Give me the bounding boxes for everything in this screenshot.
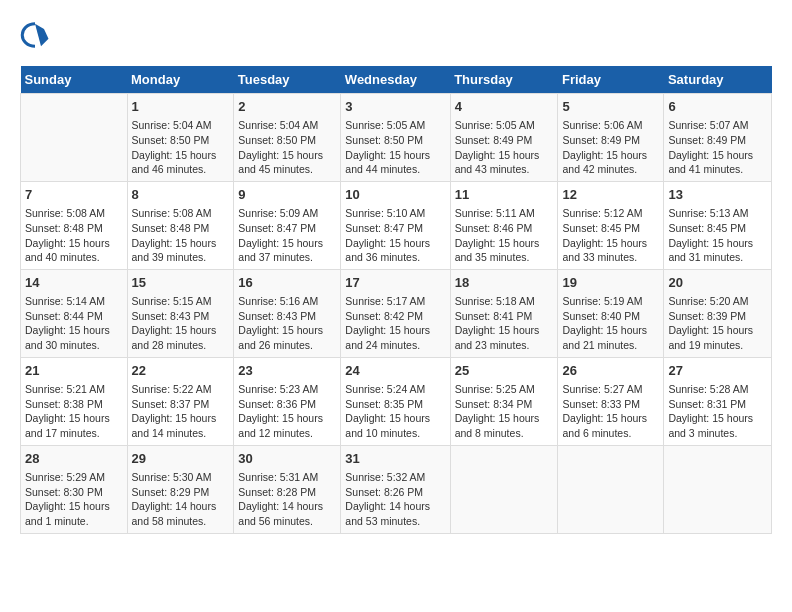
calendar-table: SundayMondayTuesdayWednesdayThursdayFrid… (20, 66, 772, 534)
calendar-cell: 29Sunrise: 5:30 AMSunset: 8:29 PMDayligh… (127, 445, 234, 533)
day-info: Sunrise: 5:19 AMSunset: 8:40 PMDaylight:… (562, 294, 659, 353)
calendar-cell: 25Sunrise: 5:25 AMSunset: 8:34 PMDayligh… (450, 357, 558, 445)
day-info: Sunrise: 5:24 AMSunset: 8:35 PMDaylight:… (345, 382, 445, 441)
day-number: 6 (668, 98, 767, 116)
day-info: Sunrise: 5:05 AMSunset: 8:50 PMDaylight:… (345, 118, 445, 177)
day-number: 14 (25, 274, 123, 292)
calendar-cell: 15Sunrise: 5:15 AMSunset: 8:43 PMDayligh… (127, 269, 234, 357)
calendar-cell (21, 94, 128, 182)
day-info: Sunrise: 5:18 AMSunset: 8:41 PMDaylight:… (455, 294, 554, 353)
day-number: 24 (345, 362, 445, 380)
day-info: Sunrise: 5:09 AMSunset: 8:47 PMDaylight:… (238, 206, 336, 265)
day-number: 22 (132, 362, 230, 380)
header-day-tuesday: Tuesday (234, 66, 341, 94)
calendar-cell: 14Sunrise: 5:14 AMSunset: 8:44 PMDayligh… (21, 269, 128, 357)
calendar-cell: 3Sunrise: 5:05 AMSunset: 8:50 PMDaylight… (341, 94, 450, 182)
day-number: 18 (455, 274, 554, 292)
day-number: 29 (132, 450, 230, 468)
day-number: 26 (562, 362, 659, 380)
day-number: 19 (562, 274, 659, 292)
week-row-1: 1Sunrise: 5:04 AMSunset: 8:50 PMDaylight… (21, 94, 772, 182)
day-info: Sunrise: 5:23 AMSunset: 8:36 PMDaylight:… (238, 382, 336, 441)
calendar-cell: 10Sunrise: 5:10 AMSunset: 8:47 PMDayligh… (341, 181, 450, 269)
day-info: Sunrise: 5:27 AMSunset: 8:33 PMDaylight:… (562, 382, 659, 441)
day-number: 8 (132, 186, 230, 204)
calendar-cell: 9Sunrise: 5:09 AMSunset: 8:47 PMDaylight… (234, 181, 341, 269)
day-info: Sunrise: 5:04 AMSunset: 8:50 PMDaylight:… (132, 118, 230, 177)
calendar-cell: 12Sunrise: 5:12 AMSunset: 8:45 PMDayligh… (558, 181, 664, 269)
day-number: 23 (238, 362, 336, 380)
calendar-cell: 17Sunrise: 5:17 AMSunset: 8:42 PMDayligh… (341, 269, 450, 357)
day-info: Sunrise: 5:29 AMSunset: 8:30 PMDaylight:… (25, 470, 123, 529)
header-day-monday: Monday (127, 66, 234, 94)
calendar-body: 1Sunrise: 5:04 AMSunset: 8:50 PMDaylight… (21, 94, 772, 534)
day-info: Sunrise: 5:15 AMSunset: 8:43 PMDaylight:… (132, 294, 230, 353)
calendar-cell: 7Sunrise: 5:08 AMSunset: 8:48 PMDaylight… (21, 181, 128, 269)
week-row-4: 21Sunrise: 5:21 AMSunset: 8:38 PMDayligh… (21, 357, 772, 445)
day-info: Sunrise: 5:32 AMSunset: 8:26 PMDaylight:… (345, 470, 445, 529)
day-number: 12 (562, 186, 659, 204)
calendar-cell: 30Sunrise: 5:31 AMSunset: 8:28 PMDayligh… (234, 445, 341, 533)
day-info: Sunrise: 5:16 AMSunset: 8:43 PMDaylight:… (238, 294, 336, 353)
day-info: Sunrise: 5:28 AMSunset: 8:31 PMDaylight:… (668, 382, 767, 441)
header-row: SundayMondayTuesdayWednesdayThursdayFrid… (21, 66, 772, 94)
calendar-cell: 8Sunrise: 5:08 AMSunset: 8:48 PMDaylight… (127, 181, 234, 269)
logo-icon (20, 20, 50, 50)
day-info: Sunrise: 5:08 AMSunset: 8:48 PMDaylight:… (132, 206, 230, 265)
day-info: Sunrise: 5:14 AMSunset: 8:44 PMDaylight:… (25, 294, 123, 353)
page-header (20, 20, 772, 50)
day-number: 10 (345, 186, 445, 204)
calendar-cell: 4Sunrise: 5:05 AMSunset: 8:49 PMDaylight… (450, 94, 558, 182)
day-info: Sunrise: 5:25 AMSunset: 8:34 PMDaylight:… (455, 382, 554, 441)
calendar-cell: 16Sunrise: 5:16 AMSunset: 8:43 PMDayligh… (234, 269, 341, 357)
day-info: Sunrise: 5:08 AMSunset: 8:48 PMDaylight:… (25, 206, 123, 265)
day-number: 28 (25, 450, 123, 468)
calendar-cell (558, 445, 664, 533)
day-number: 16 (238, 274, 336, 292)
day-info: Sunrise: 5:17 AMSunset: 8:42 PMDaylight:… (345, 294, 445, 353)
day-info: Sunrise: 5:04 AMSunset: 8:50 PMDaylight:… (238, 118, 336, 177)
day-info: Sunrise: 5:30 AMSunset: 8:29 PMDaylight:… (132, 470, 230, 529)
day-number: 25 (455, 362, 554, 380)
calendar-cell: 5Sunrise: 5:06 AMSunset: 8:49 PMDaylight… (558, 94, 664, 182)
day-info: Sunrise: 5:06 AMSunset: 8:49 PMDaylight:… (562, 118, 659, 177)
calendar-cell (450, 445, 558, 533)
day-number: 20 (668, 274, 767, 292)
logo (20, 20, 52, 50)
day-info: Sunrise: 5:21 AMSunset: 8:38 PMDaylight:… (25, 382, 123, 441)
calendar-cell: 24Sunrise: 5:24 AMSunset: 8:35 PMDayligh… (341, 357, 450, 445)
calendar-cell: 6Sunrise: 5:07 AMSunset: 8:49 PMDaylight… (664, 94, 772, 182)
day-number: 15 (132, 274, 230, 292)
day-info: Sunrise: 5:31 AMSunset: 8:28 PMDaylight:… (238, 470, 336, 529)
week-row-2: 7Sunrise: 5:08 AMSunset: 8:48 PMDaylight… (21, 181, 772, 269)
calendar-cell (664, 445, 772, 533)
day-number: 2 (238, 98, 336, 116)
day-info: Sunrise: 5:11 AMSunset: 8:46 PMDaylight:… (455, 206, 554, 265)
header-day-wednesday: Wednesday (341, 66, 450, 94)
week-row-3: 14Sunrise: 5:14 AMSunset: 8:44 PMDayligh… (21, 269, 772, 357)
calendar-cell: 2Sunrise: 5:04 AMSunset: 8:50 PMDaylight… (234, 94, 341, 182)
week-row-5: 28Sunrise: 5:29 AMSunset: 8:30 PMDayligh… (21, 445, 772, 533)
calendar-cell: 26Sunrise: 5:27 AMSunset: 8:33 PMDayligh… (558, 357, 664, 445)
day-info: Sunrise: 5:22 AMSunset: 8:37 PMDaylight:… (132, 382, 230, 441)
day-number: 1 (132, 98, 230, 116)
day-number: 17 (345, 274, 445, 292)
day-number: 9 (238, 186, 336, 204)
day-number: 30 (238, 450, 336, 468)
day-number: 11 (455, 186, 554, 204)
day-number: 7 (25, 186, 123, 204)
day-number: 3 (345, 98, 445, 116)
calendar-cell: 1Sunrise: 5:04 AMSunset: 8:50 PMDaylight… (127, 94, 234, 182)
day-number: 27 (668, 362, 767, 380)
day-number: 5 (562, 98, 659, 116)
header-day-friday: Friday (558, 66, 664, 94)
day-info: Sunrise: 5:20 AMSunset: 8:39 PMDaylight:… (668, 294, 767, 353)
calendar-cell: 23Sunrise: 5:23 AMSunset: 8:36 PMDayligh… (234, 357, 341, 445)
header-day-sunday: Sunday (21, 66, 128, 94)
calendar-cell: 19Sunrise: 5:19 AMSunset: 8:40 PMDayligh… (558, 269, 664, 357)
day-number: 13 (668, 186, 767, 204)
calendar-cell: 11Sunrise: 5:11 AMSunset: 8:46 PMDayligh… (450, 181, 558, 269)
calendar-cell: 21Sunrise: 5:21 AMSunset: 8:38 PMDayligh… (21, 357, 128, 445)
calendar-cell: 28Sunrise: 5:29 AMSunset: 8:30 PMDayligh… (21, 445, 128, 533)
day-info: Sunrise: 5:07 AMSunset: 8:49 PMDaylight:… (668, 118, 767, 177)
